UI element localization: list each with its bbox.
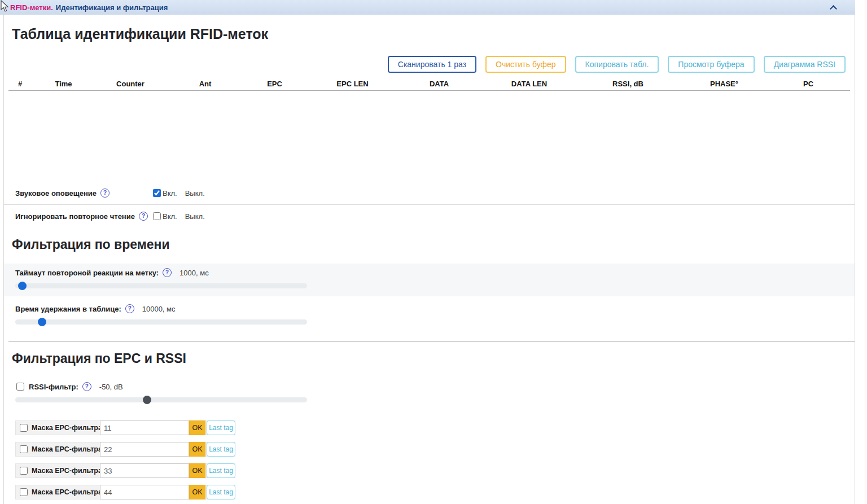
ignore-repeat-label-group: Игнорировать повторное чтение ? (15, 212, 153, 221)
sound-alert-checkbox[interactable] (153, 189, 161, 197)
epc-mask-4-lasttag-button[interactable]: Last tag (207, 485, 235, 499)
rssi-filter-label: RSSI-фильтр: (29, 383, 78, 391)
epc-mask-row-1: Маска EPC-фильтра 1: OK Last tag (15, 420, 235, 435)
ignore-repeat-checkbox[interactable] (153, 212, 161, 220)
divider (4, 204, 855, 205)
scan-once-button[interactable]: Сканировать 1 раз (388, 56, 476, 73)
epc-mask-3-checkbox[interactable] (20, 467, 28, 475)
sound-alert-off-label: Выкл. (185, 189, 205, 198)
column-header-counter: Counter (91, 80, 170, 88)
sound-alert-label: Звуковое оповещение (15, 189, 97, 198)
column-header-pc: PC (769, 80, 848, 88)
rssi-diagram-button[interactable]: Диаграмма RSSI (764, 56, 846, 73)
tag-timeout-label-row: Таймаут повтороной реакции на метку: ? 1… (15, 268, 855, 277)
table-toolbar: Сканировать 1 раз Очистить буфер Копиров… (4, 56, 855, 73)
epc-mask-3-ok-button[interactable]: OK (189, 463, 205, 478)
column-header-phase: PHASE° (680, 80, 769, 88)
rssi-filter-value: -50, dB (99, 383, 123, 391)
table-hold-time-row: Время удержания в таблице: ? 10000, мс (4, 300, 855, 332)
sound-alert-label-group: Звуковое оповещение ? (15, 189, 153, 198)
column-header-data-len: DATA LEN (482, 80, 576, 88)
clear-buffer-button[interactable]: Очистить буфер (485, 56, 566, 73)
header-title-accent: RFID-метки. (10, 3, 53, 12)
rssi-filter-slider[interactable] (15, 396, 307, 404)
tag-timeout-value: 1000, мс (179, 269, 209, 277)
table-hold-time-label-row: Время удержания в таблице: ? 10000, мс (15, 304, 855, 313)
scrollbar-track-line (865, 0, 865, 504)
ignore-repeat-label: Игнорировать повторное чтение (15, 212, 135, 221)
epc-mask-row-2: Маска EPC-фильтра 2: OK Last tag (15, 442, 235, 457)
column-header-epc: EPC (240, 80, 309, 88)
column-header-number: # (4, 80, 36, 88)
rssi-filter-row: RSSI-фильтр: ? -50, dB (16, 382, 855, 391)
epc-mask-1-ok-button[interactable]: OK (189, 420, 205, 435)
column-header-time: Time (36, 80, 91, 88)
table-hold-time-label: Время удержания в таблице: (15, 305, 121, 313)
column-header-ant: Ant (170, 80, 240, 88)
epc-mask-3-lasttag-button[interactable]: Last tag (207, 463, 235, 478)
tag-timeout-slider[interactable] (15, 282, 307, 290)
epc-mask-row-3: Маска EPC-фильтра 3: OK Last tag (15, 463, 235, 478)
tag-timeout-row: Таймаут повтороной реакции на метку: ? 1… (4, 264, 855, 296)
epc-mask-2-input[interactable] (100, 442, 189, 457)
epc-mask-1-input[interactable] (100, 420, 189, 435)
epc-mask-4-ok-button[interactable]: OK (189, 485, 205, 499)
ignore-repeat-on-label: Вкл. (163, 212, 177, 221)
divider (8, 341, 855, 342)
column-header-rssi: RSSI, dB (576, 80, 680, 88)
table-empty-body (4, 91, 855, 187)
copy-table-button[interactable]: Копировать табл. (575, 56, 659, 73)
epc-mask-3-input[interactable] (100, 463, 189, 478)
table-header-row: # Time Counter Ant EPC EPC LEN DATA DATA… (4, 80, 855, 88)
tag-timeout-label: Таймаут повтороной реакции на метку: (15, 269, 159, 277)
epc-mask-4-checkbox[interactable] (20, 488, 28, 496)
epc-mask-2-label: Маска EPC-фильтра 2: (32, 445, 110, 453)
table-hold-time-slider[interactable] (15, 318, 307, 326)
page-title: Таблица идентификации RFID-меток (12, 26, 855, 42)
epc-mask-2-checkbox[interactable] (20, 445, 28, 453)
epc-mask-2-ok-button[interactable]: OK (189, 442, 205, 457)
epc-mask-2-lasttag-button[interactable]: Last tag (207, 442, 235, 457)
column-header-epc-len: EPC LEN (309, 80, 396, 88)
epc-mask-4-label: Маска EPC-фильтра 4: (32, 488, 110, 496)
ignore-repeat-off-label: Выкл. (185, 212, 205, 221)
help-icon[interactable]: ? (163, 268, 172, 277)
help-icon[interactable]: ? (125, 304, 134, 313)
help-icon[interactable]: ? (82, 382, 91, 391)
table-hold-time-value: 10000, мс (142, 305, 176, 313)
view-buffer-button[interactable]: Просмотр буфера (668, 56, 754, 73)
mouse-cursor-icon (0, 0, 10, 12)
sound-alert-on-label: Вкл. (163, 189, 177, 198)
epc-mask-3-label: Маска EPC-фильтра 3: (32, 467, 110, 475)
epc-mask-1-checkbox[interactable] (20, 424, 28, 432)
epc-rssi-filter-title: Фильтрация по EPC и RSSI (12, 351, 855, 366)
collapse-chevron-icon[interactable] (830, 5, 837, 12)
epc-mask-1-label: Маска EPC-фильтра 1: (32, 424, 110, 432)
ignore-repeat-row: Игнорировать повторное чтение ? Вкл. Вык… (15, 210, 855, 222)
epc-mask-4-input[interactable] (100, 485, 189, 499)
epc-mask-row-4: Маска EPC-фильтра 4: OK Last tag (15, 485, 235, 499)
rfid-panel: Таблица идентификации RFID-меток Сканиро… (3, 15, 855, 504)
help-icon[interactable]: ? (100, 189, 110, 198)
sound-alert-row: Звуковое оповещение ? Вкл. Выкл. (15, 187, 855, 199)
rssi-filter-checkbox[interactable] (16, 383, 24, 391)
epc-mask-1-lasttag-button[interactable]: Last tag (207, 420, 235, 435)
section-accordion-header[interactable]: RFID-метки. Идентификация и фильтрация (0, 0, 855, 15)
time-filter-title: Фильтрация по времени (12, 237, 855, 252)
column-header-data: DATA (396, 80, 482, 88)
header-title: Идентификация и фильтрация (56, 3, 168, 12)
help-icon[interactable]: ? (139, 212, 148, 221)
